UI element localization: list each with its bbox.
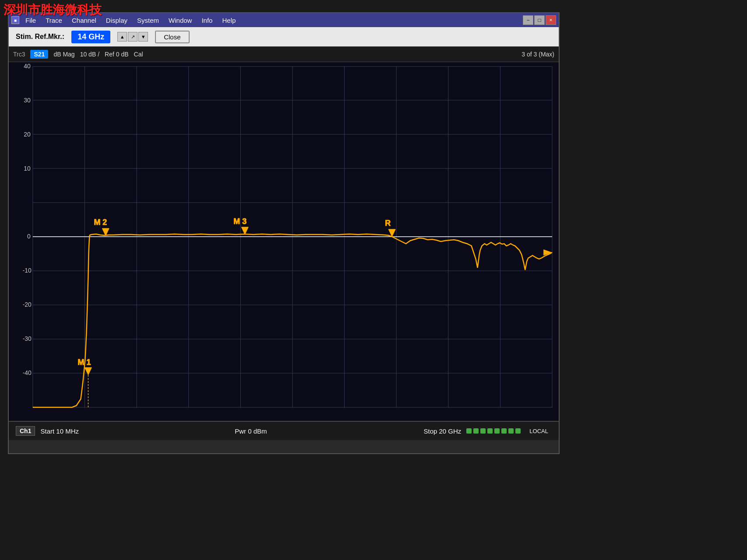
svg-text:30: 30 — [24, 97, 31, 104]
menu-window[interactable]: Window — [164, 16, 196, 25]
trace-param[interactable]: S21 — [30, 50, 48, 59]
local-indicator: LOCAL — [526, 427, 552, 435]
menu-help[interactable]: Help — [218, 16, 240, 25]
stim-label: Stim. Ref.Mkr.: — [16, 33, 64, 41]
menu-system[interactable]: System — [133, 16, 163, 25]
svg-text:40: 40 — [24, 63, 31, 70]
trace-scale: dB Mag — [53, 51, 74, 58]
chart-svg: 40 30 20 10 0 -10 -20 -30 -40 M 2 — [9, 62, 559, 421]
stim-bar: Stim. Ref.Mkr.: 14 GHz ▲ ↗ ▼ Close — [9, 27, 559, 46]
svg-text:-30: -30 — [23, 335, 32, 342]
watermark-text: 深圳市胜海微科技 — [0, 0, 105, 20]
trace-num: Trc3 — [13, 51, 25, 58]
svg-text:R: R — [385, 219, 391, 228]
stim-arrows: ▲ ↗ ▼ — [117, 32, 148, 42]
instrument-window: ■ File Trace Channel Display System Wind… — [8, 12, 560, 454]
svg-text:M 3: M 3 — [233, 217, 247, 226]
svg-text:20: 20 — [24, 131, 31, 138]
menu-info[interactable]: Info — [197, 16, 217, 25]
trace-div: 10 dB / — [80, 51, 99, 58]
window-controls: − □ × — [523, 15, 556, 25]
arrow-curve[interactable]: ↗ — [128, 32, 137, 42]
power-level: Pwr 0 dBm — [181, 427, 321, 435]
arrow-down[interactable]: ▼ — [138, 32, 148, 42]
maximize-button[interactable]: □ — [534, 15, 545, 25]
chart-area: S21 •R 14.000000 GHz -0.6438 dB M 1 2.09… — [9, 62, 559, 421]
status-bar: Ch1 Start 10 MHz Pwr 0 dBm Stop 20 GHz L… — [9, 421, 559, 440]
svg-text:M 2: M 2 — [94, 218, 107, 227]
svg-text:-40: -40 — [23, 369, 32, 376]
svg-text:M 1: M 1 — [78, 358, 91, 367]
arrow-up[interactable]: ▲ — [117, 32, 127, 42]
trace-bar: Trc3 S21 dB Mag 10 dB / Ref 0 dB Cal 3 o… — [9, 46, 559, 62]
menu-display[interactable]: Display — [102, 16, 132, 25]
start-freq: Start 10 MHz — [40, 427, 180, 435]
svg-text:0: 0 — [27, 233, 31, 240]
stop-freq: Stop 20 GHz — [321, 427, 461, 435]
close-stim-button[interactable]: Close — [155, 31, 189, 43]
trace-cal: Cal — [134, 51, 143, 58]
svg-text:-10: -10 — [23, 267, 32, 274]
svg-text:-20: -20 — [23, 301, 32, 308]
svg-rect-0 — [9, 62, 559, 421]
channel-label: Ch1 — [16, 426, 35, 436]
svg-text:10: 10 — [24, 165, 31, 172]
stim-value[interactable]: 14 GHz — [71, 31, 110, 43]
trace-count: 3 of 3 (Max) — [521, 51, 554, 58]
trace-ref: Ref 0 dB — [105, 51, 128, 58]
close-button[interactable]: × — [546, 15, 556, 25]
minimize-button[interactable]: − — [523, 15, 533, 25]
indicator-dots — [466, 428, 521, 434]
